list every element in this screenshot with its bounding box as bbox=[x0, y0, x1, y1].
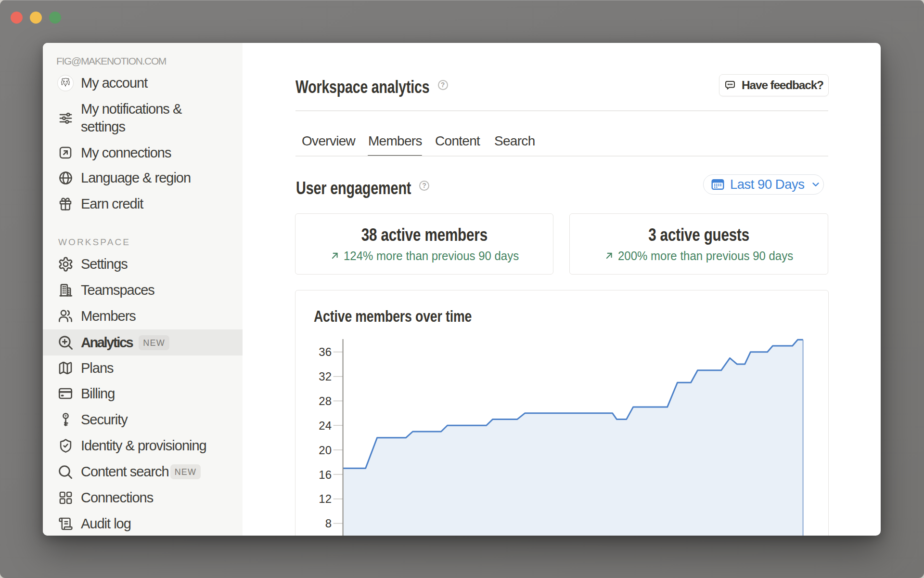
svg-text:28: 28 bbox=[319, 394, 332, 407]
svg-text:36: 36 bbox=[319, 345, 332, 358]
svg-text:24: 24 bbox=[319, 419, 332, 432]
svg-text:32: 32 bbox=[319, 370, 332, 383]
svg-text:12: 12 bbox=[319, 492, 332, 505]
svg-text:8: 8 bbox=[325, 517, 331, 530]
svg-text:16: 16 bbox=[319, 468, 332, 481]
svg-text:20: 20 bbox=[319, 443, 332, 456]
